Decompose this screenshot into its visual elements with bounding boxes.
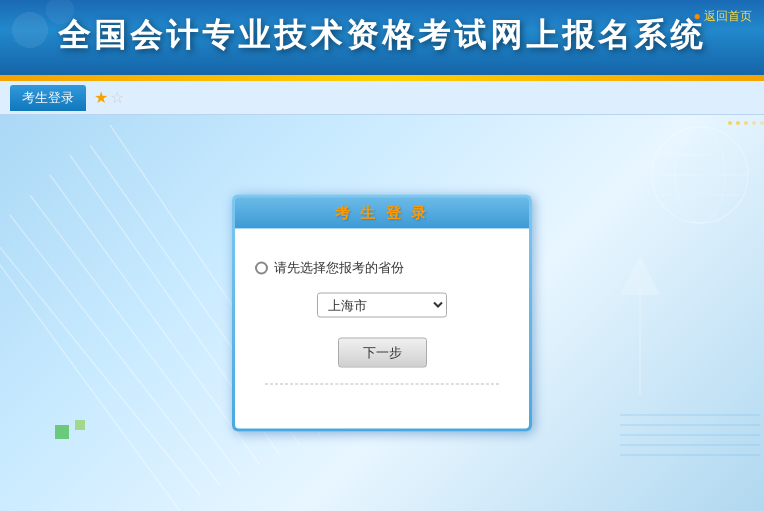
svg-line-0 — [0, 235, 200, 495]
next-button-row: 下一步 — [255, 338, 509, 368]
svg-point-18 — [752, 121, 756, 125]
site-title: 全国会计专业技术资格考试网上报名系统 — [58, 13, 706, 57]
svg-line-1 — [10, 215, 220, 485]
nav-bar: 考生登录 ★ ☆ — [0, 81, 764, 115]
svg-point-9 — [675, 127, 725, 223]
star-filled-icon[interactable]: ★ — [94, 88, 108, 107]
next-button[interactable]: 下一步 — [338, 338, 427, 368]
svg-line-2 — [30, 195, 240, 475]
login-panel-body: 请先选择您报考的省份 上海市 北京市 天津市 重庆市 河北省 山西省 辽宁省 吉… — [235, 229, 529, 429]
return-home-link[interactable]: 返回首页 — [693, 8, 752, 25]
nav-tab-login[interactable]: 考生登录 — [10, 85, 86, 111]
dotted-divider — [265, 384, 499, 385]
star-outline-icon[interactable]: ☆ — [110, 88, 124, 107]
svg-point-16 — [736, 121, 740, 125]
svg-point-15 — [728, 121, 732, 125]
main-content: 考 生 登 录 请先选择您报考的省份 上海市 北京市 天津市 重庆市 河北省 山… — [0, 115, 764, 511]
svg-marker-13 — [620, 255, 660, 295]
province-select[interactable]: 上海市 北京市 天津市 重庆市 河北省 山西省 辽宁省 吉林省 黑龙江省 江苏省… — [317, 293, 447, 318]
svg-rect-26 — [75, 420, 85, 430]
svg-point-17 — [744, 121, 748, 125]
login-panel-wrapper: 考 生 登 录 请先选择您报考的省份 上海市 北京市 天津市 重庆市 河北省 山… — [232, 195, 532, 432]
svg-line-5 — [0, 265, 180, 511]
province-select-row: 上海市 北京市 天津市 重庆市 河北省 山西省 辽宁省 吉林省 黑龙江省 江苏省… — [255, 293, 509, 318]
login-panel-title: 考 生 登 录 — [235, 198, 529, 229]
header: 全国会计专业技术资格考试网上报名系统 返回首页 — [0, 0, 764, 75]
svg-point-8 — [652, 127, 748, 223]
svg-line-3 — [50, 175, 260, 465]
login-panel: 考 生 登 录 请先选择您报考的省份 上海市 北京市 天津市 重庆市 河北省 山… — [232, 195, 532, 432]
svg-rect-25 — [55, 425, 69, 439]
svg-point-19 — [760, 121, 764, 125]
province-radio-button[interactable] — [255, 261, 268, 274]
province-label: 请先选择您报考的省份 — [274, 259, 404, 277]
province-radio-row: 请先选择您报考的省份 — [255, 259, 509, 277]
